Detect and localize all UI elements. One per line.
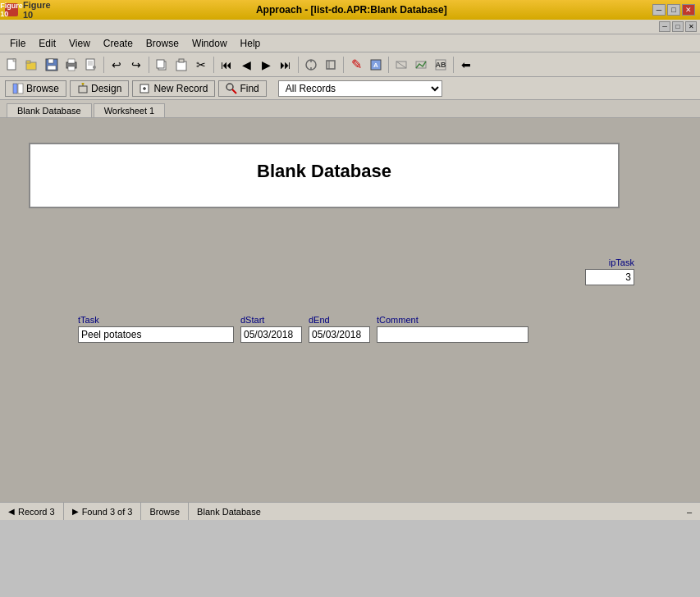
dstart-label: dStart [240,315,302,325]
ttask-input[interactable] [78,326,234,343]
tb-save[interactable] [43,56,61,74]
menu-edit[interactable]: Edit [32,36,62,51]
action-bar: Browse Design New Record Find All Record… [0,77,700,100]
svg-rect-33 [79,86,87,93]
tb-preview[interactable] [82,56,100,74]
svg-text:A: A [373,62,378,69]
menu-view[interactable]: View [62,36,97,51]
status-found: ▶ Found 3 of 3 [64,503,142,520]
tcomment-input[interactable] [377,326,528,343]
svg-line-27 [396,62,406,68]
menu-browse[interactable]: Browse [140,36,185,51]
tb-copy[interactable] [153,56,171,74]
field-tcomment: tComment [377,315,528,343]
svg-rect-31 [13,84,17,93]
svg-rect-5 [48,59,53,63]
inner-maximize[interactable]: □ [672,21,684,32]
tb-back[interactable]: ⬅ [457,56,475,74]
menu-file[interactable]: File [3,36,32,51]
svg-rect-6 [48,66,56,70]
tb-btn-c[interactable]: A [367,56,385,74]
dstart-input[interactable] [240,326,302,343]
svg-rect-1 [13,59,16,62]
tb-paste[interactable] [172,56,190,74]
tb-btn-b[interactable] [322,56,340,74]
status-db: Blank Database [189,503,269,520]
records-select[interactable]: All Records [278,80,442,97]
ttask-label: tTask [78,315,234,325]
close-button[interactable]: ✕ [682,4,695,16]
tb-new[interactable] [3,56,21,74]
tab-blank-database[interactable]: Blank Database [7,103,92,117]
toolbar: ↩ ↪ ✂ ⏮ ◀ ▶ ⏭ ✎ A AB ⬅ [0,52,700,77]
db-title-box: Blank Database [29,143,620,208]
status-bar: ◀ Record 3 ▶ Found 3 of 3 Browse Blank D… [0,502,700,520]
svg-rect-14 [93,66,96,69]
ip-task-input[interactable] [585,269,634,285]
tb-prev[interactable]: ◀ [237,56,255,74]
svg-line-40 [232,89,236,93]
main-content: Blank Database ipTask tTask dStart dEnd … [0,118,700,520]
window-controls: ─ □ ✕ [652,4,695,16]
found-label: Found 3 of 3 [82,507,133,517]
menu-window[interactable]: Window [185,36,234,51]
record-label: Record 3 [18,507,55,517]
tb-sep4 [298,57,299,73]
tb-last[interactable]: ⏭ [277,56,295,74]
tab-bar: Blank Database Worksheet 1 [0,100,700,118]
app-icon-text: Figure 10 [0,2,23,18]
tb-sep1 [103,57,104,73]
tb-redo[interactable]: ↪ [127,56,145,74]
tb-sep5 [343,57,344,73]
title-text: Approach - [list-do.APR:Blank Database] [256,4,447,16]
inner-minimize[interactable]: ─ [659,21,670,32]
design-label: Design [91,83,121,94]
tb-sep6 [388,57,389,73]
records-dropdown: All Records [278,80,442,97]
tb-btn-a[interactable] [302,56,320,74]
menu-create[interactable]: Create [97,36,140,51]
mode-label: Browse [149,507,180,517]
field-dend: dEnd [309,315,370,343]
new-record-label: New Record [153,83,208,94]
restore-button[interactable]: □ [667,4,680,16]
found-icon: ▶ [72,507,79,516]
tb-btn-f[interactable]: AB [432,56,450,74]
tb-btn-d[interactable] [392,56,410,74]
record-icon: ◀ [8,507,15,516]
status-record: ◀ Record 3 [0,503,64,520]
end-indicator: – [687,507,692,517]
db-title-text: Blank Database [47,153,602,190]
ip-task-label: ipTask [609,257,634,267]
new-record-button[interactable]: New Record [132,80,215,97]
dend-label: dEnd [309,315,370,325]
tb-pencil-cross[interactable]: ✎ [347,56,365,74]
tb-btn-e[interactable] [412,56,430,74]
tb-play[interactable]: ▶ [257,56,275,74]
tab-worksheet1[interactable]: Worksheet 1 [94,103,166,117]
field-dstart: dStart [240,315,302,343]
minimize-button[interactable]: ─ [652,4,666,16]
inner-close[interactable]: ✕ [685,21,697,32]
svg-text:AB: AB [436,61,446,69]
tb-cut[interactable]: ✂ [192,56,210,74]
svg-rect-3 [26,61,30,63]
field-ttask: tTask [78,315,234,343]
svg-rect-17 [176,62,186,71]
svg-rect-8 [68,59,75,63]
tb-sep2 [149,57,149,73]
browse-button[interactable]: Browse [5,80,66,97]
tb-print[interactable] [62,56,80,74]
find-button[interactable]: Find [218,80,266,97]
tb-undo[interactable]: ↩ [108,56,126,74]
svg-point-39 [226,84,233,90]
design-button[interactable]: Design [70,80,129,97]
menu-help[interactable]: Help [234,36,268,51]
svg-point-35 [82,83,85,85]
tb-first[interactable]: ⏮ [217,56,236,74]
status-end: – [679,503,700,520]
svg-rect-22 [327,61,335,69]
tb-open[interactable] [23,56,41,74]
menu-bar: File Edit View Create Browse Window Help [0,34,700,52]
dend-input[interactable] [309,326,370,343]
